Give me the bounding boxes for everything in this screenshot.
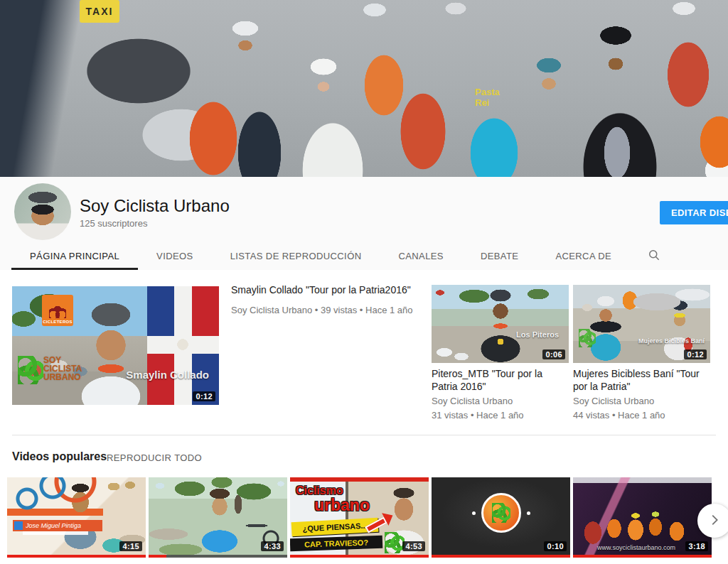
watch-progress-bar — [432, 555, 570, 558]
featured-video-title[interactable]: Smaylin Collado "Tour por la Patria2016" — [231, 284, 430, 295]
channel-banner: TAXI Pasta Rei — [0, 0, 728, 177]
chain-logo-icon — [492, 503, 510, 523]
popular-video-1[interactable]: Jose Miguel Pintiga 4:15 — [7, 477, 146, 558]
watch-progress-bar — [290, 555, 429, 558]
channel-logo-circle — [481, 493, 521, 533]
duration-badge: 0:12 — [684, 349, 707, 359]
tab-acerca-de[interactable]: ACERCA DE — [537, 242, 630, 270]
channel-tabs: PÁGINA PRINCIPAL VIDEOS LISTAS DE REPROD… — [11, 242, 668, 270]
name-tag-logo — [14, 521, 23, 530]
watch-progress-bar — [573, 555, 712, 558]
name-tag-overlay: Jose Miguel Pintiga — [13, 520, 102, 531]
chain-logo-icon — [385, 532, 405, 553]
search-icon — [647, 248, 661, 265]
channel-page: TAXI Pasta Rei Soy Ciclista Urbano 125 s… — [0, 0, 728, 564]
dominican-flag — [147, 286, 219, 405]
watch-progress-bar — [7, 555, 146, 558]
popular-video-4[interactable]: 0:10 — [432, 477, 570, 558]
banner-taxi-sign: TAXI — [80, 0, 119, 23]
cyclist-icon — [49, 304, 66, 318]
video-title[interactable]: Piteros_MTB "Tour por la Patria 2016" — [432, 367, 563, 393]
duration-badge: 4:15 — [119, 541, 142, 551]
video-meta: 44 vistas • Hace 1 año — [573, 410, 665, 421]
section-divider — [12, 435, 716, 435]
overlay-text: Mujeres Bicibles Baní — [638, 337, 705, 345]
chevron-right-icon — [707, 512, 722, 530]
overlay-text: Los Piteros — [516, 330, 559, 339]
duration-badge: 0:10 — [544, 541, 567, 551]
chain-logo-icon — [18, 356, 43, 384]
banner-photo — [0, 0, 728, 177]
duration-badge: 0:12 — [193, 391, 215, 401]
duration-badge: 0:06 — [542, 349, 565, 359]
tab-listas-de-reproduccion[interactable]: LISTAS DE REPRODUCCIÓN — [212, 242, 380, 270]
channel-title: Soy Ciclista Urbano — [80, 196, 230, 216]
carousel-next-button[interactable] — [697, 504, 728, 538]
popular-section-heading: Videos populares — [12, 450, 107, 463]
tab-videos[interactable]: VIDEOS — [138, 242, 212, 270]
duration-badge: 4:33 — [261, 541, 284, 551]
video-title[interactable]: Mujeres Bicibless Baní "Tour por la Patr… — [573, 367, 705, 393]
channel-avatar — [14, 183, 71, 240]
overlay-title-2: urbano — [314, 496, 370, 515]
featured-video-thumbnail[interactable]: CICLETEROS SOY CICLISTA URBANO Smaylin C… — [12, 286, 219, 405]
overlay-url-text: www.soyciclistaurbano.com — [597, 544, 675, 551]
popular-video-3[interactable]: Ciclismo urbano ¿QUE PIENSAS... CAP. TRA… — [290, 477, 429, 558]
tab-canales[interactable]: CANALES — [380, 242, 462, 270]
play-all-link[interactable]: REPRODUCIR TODO — [107, 452, 202, 463]
video-meta: 31 vistas • Hace 1 año — [432, 410, 524, 421]
channel-watermark: SOY CICLISTA URBANO — [18, 356, 96, 384]
featured-video-meta: Soy Ciclista Urbano • 39 vistas • Hace 1… — [231, 305, 430, 315]
video-thumbnail-mujeres[interactable]: Mujeres Bicibles Baní 0:12 — [573, 285, 710, 363]
watch-progress-bar — [149, 555, 287, 558]
overlay-person-name: Smaylin Collado — [126, 369, 209, 381]
channel-search-button[interactable] — [640, 242, 668, 270]
tab-debate[interactable]: DEBATE — [462, 242, 537, 270]
banner-shirt-text: Pasta Rei — [475, 87, 500, 108]
video-thumbnail-piteros[interactable]: Los Piteros 0:06 — [432, 285, 569, 363]
duration-badge: 4:53 — [402, 541, 425, 551]
subscriber-count: 125 suscriptores — [80, 218, 147, 229]
edit-design-button[interactable]: EDITAR DISEÑO — [660, 201, 728, 224]
duration-badge: 3:18 — [685, 541, 708, 551]
cicleteros-logo: CICLETEROS — [42, 295, 73, 326]
popular-video-2[interactable]: 4:33 — [149, 477, 287, 558]
popular-video-5[interactable]: www.soyciclistaurbano.com 3:18 — [573, 477, 712, 558]
video-channel[interactable]: Soy Ciclista Urbano — [432, 396, 513, 406]
video-channel[interactable]: Soy Ciclista Urbano — [573, 396, 654, 406]
tab-pagina-principal[interactable]: PÁGINA PRINCIPAL — [11, 242, 138, 270]
chain-logo-icon — [579, 329, 596, 347]
